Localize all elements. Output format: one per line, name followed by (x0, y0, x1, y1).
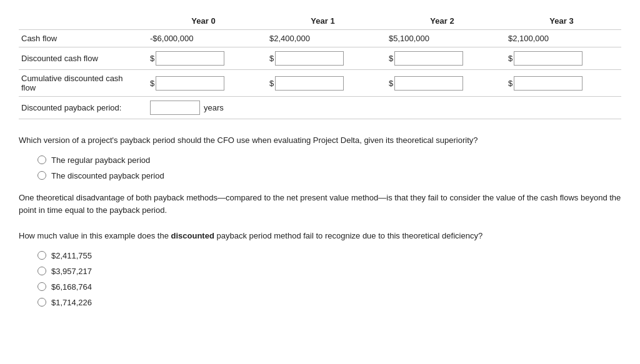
question-2-block: How much value in this example does the … (19, 230, 621, 307)
q1-radio-a[interactable] (38, 155, 46, 164)
col-header-year3: Year 3 (502, 12, 621, 30)
q2-label-c[interactable]: $6,168,764 (51, 282, 92, 292)
q2-label-d[interactable]: $1,714,226 (51, 298, 92, 307)
cumulative-dcf-input-year3[interactable]: $ (502, 70, 621, 97)
q2-bold-word: discounted (171, 231, 214, 240)
cash-flow-row: Cash flow -$6,000,000 $2,400,000 $5,100,… (19, 30, 621, 47)
question-2-text: How much value in this example does the … (19, 230, 621, 242)
cumulative-dcf-input-year1[interactable]: $ (263, 70, 382, 97)
col-header-year0: Year 0 (144, 12, 263, 30)
q2-label-a[interactable]: $2,411,755 (51, 251, 92, 260)
dollar-sign-1: $ (269, 54, 274, 63)
q2-label-b[interactable]: $3,957,217 (51, 267, 92, 276)
q1-option-a[interactable]: The regular payback period (38, 155, 621, 165)
cumulative-dcf-field-year0[interactable] (156, 76, 224, 91)
cum-dollar-sign-3: $ (508, 79, 512, 88)
payback-period-input-cell[interactable]: years (144, 97, 621, 119)
discounted-cf-input-year0[interactable]: $ (144, 47, 263, 70)
question-1-text: Which version of a project's payback per… (19, 134, 621, 147)
q2-text-after: payback period method fail to recognize … (214, 231, 482, 240)
discounted-cash-flow-row: Discounted cash flow $ $ $ (19, 47, 621, 70)
discounted-cf-input-year3[interactable]: $ (502, 47, 621, 70)
q2-radio-d[interactable] (38, 298, 46, 307)
dollar-sign-3: $ (508, 54, 512, 63)
q2-option-b[interactable]: $3,957,217 (38, 267, 621, 276)
discounted-cf-label: Discounted cash flow (19, 47, 144, 70)
q1-label-a[interactable]: The regular payback period (51, 155, 150, 165)
cumulative-dcf-field-year2[interactable] (394, 76, 463, 91)
dollar-sign-2: $ (389, 54, 393, 63)
payback-period-label: Discounted payback period: (19, 97, 144, 119)
cash-flow-year2: $5,100,000 (382, 30, 502, 47)
cumulative-dcf-row: Cumulative discounted cash flow $ $ $ (19, 70, 621, 97)
q2-option-c[interactable]: $6,168,764 (38, 282, 621, 292)
col-header-year1: Year 1 (263, 12, 382, 30)
q1-radio-b[interactable] (38, 171, 46, 180)
cumulative-dcf-label: Cumulative discounted cash flow (19, 70, 144, 97)
cumulative-dcf-field-year3[interactable] (514, 76, 582, 91)
cash-flow-year3: $2,100,000 (502, 30, 621, 47)
cumulative-dcf-input-year2[interactable]: $ (382, 70, 502, 97)
q2-option-d[interactable]: $1,714,226 (38, 298, 621, 307)
payback-unit-label: years (204, 103, 224, 112)
cum-dollar-sign-1: $ (269, 79, 274, 88)
cash-flow-year0: -$6,000,000 (144, 30, 263, 47)
q2-radio-c[interactable] (38, 282, 46, 291)
q1-label-b[interactable]: The discounted payback period (51, 171, 164, 180)
paragraph-block: One theoretical disadvantage of both pay… (19, 192, 621, 218)
question-1-block: Which version of a project's payback per… (19, 134, 621, 180)
discounted-cf-input-year2[interactable]: $ (382, 47, 502, 70)
cumulative-dcf-field-year1[interactable] (275, 76, 344, 91)
dcf-table: Year 0 Year 1 Year 2 Year 3 Cash flow -$… (19, 12, 621, 119)
discounted-cf-input-year1[interactable]: $ (263, 47, 382, 70)
paragraph-text: One theoretical disadvantage of both pay… (19, 192, 621, 218)
cum-dollar-sign-2: $ (389, 79, 393, 88)
q2-radio-a[interactable] (38, 251, 46, 260)
discounted-cf-field-year1[interactable] (275, 51, 344, 66)
q2-option-a[interactable]: $2,411,755 (38, 251, 621, 260)
discounted-cf-field-year2[interactable] (394, 51, 463, 66)
cash-flow-label: Cash flow (19, 30, 144, 47)
q1-option-b[interactable]: The discounted payback period (38, 171, 621, 180)
cum-dollar-sign-0: $ (150, 79, 154, 88)
dollar-sign-0: $ (150, 54, 154, 63)
cumulative-dcf-input-year0[interactable]: $ (144, 70, 263, 97)
cash-flow-year1: $2,400,000 (263, 30, 382, 47)
q2-text-before: How much value in this example does the (19, 231, 171, 240)
payback-period-row: Discounted payback period: years (19, 97, 621, 119)
q2-radio-b[interactable] (38, 267, 46, 275)
payback-period-field[interactable] (150, 101, 200, 115)
discounted-cf-field-year0[interactable] (156, 51, 224, 66)
col-header-label (19, 12, 144, 30)
col-header-year2: Year 2 (382, 12, 502, 30)
discounted-cf-field-year3[interactable] (514, 51, 582, 66)
